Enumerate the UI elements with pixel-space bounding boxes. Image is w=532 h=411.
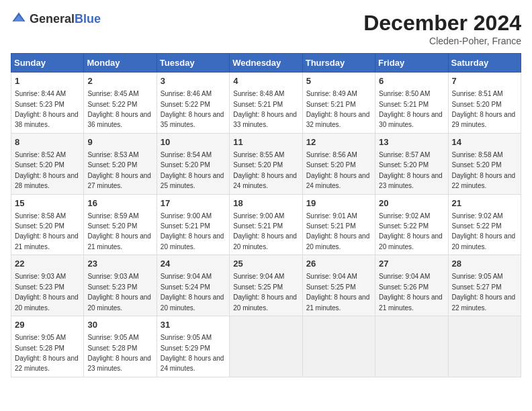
- day-number: 15: [15, 197, 80, 210]
- day-number: 21: [452, 197, 517, 210]
- day-detail: Sunrise: 8:57 AMSunset: 5:20 PMDaylight:…: [379, 151, 443, 189]
- day-number: 27: [379, 258, 444, 270]
- day-detail: Sunrise: 9:04 AMSunset: 5:25 PMDaylight:…: [233, 273, 297, 311]
- day-number: 22: [15, 258, 80, 270]
- table-row: 10 Sunrise: 8:54 AMSunset: 5:20 PMDaylig…: [157, 133, 229, 194]
- table-row: 4 Sunrise: 8:48 AMSunset: 5:21 PMDayligh…: [230, 73, 302, 134]
- table-row: 6 Sunrise: 8:50 AMSunset: 5:21 PMDayligh…: [375, 73, 448, 134]
- table-row: 17 Sunrise: 9:00 AMSunset: 5:21 PMDaylig…: [157, 194, 229, 255]
- table-row: 1 Sunrise: 8:44 AMSunset: 5:23 PMDayligh…: [11, 73, 84, 134]
- title-block: December 2024 Cleden-Poher, France: [363, 11, 521, 46]
- col-wednesday: Wednesday: [230, 54, 302, 73]
- empty-cell: [302, 316, 375, 377]
- calendar-week-row: 8 Sunrise: 8:52 AMSunset: 5:20 PMDayligh…: [11, 133, 521, 194]
- day-number: 24: [161, 258, 226, 270]
- table-row: 14 Sunrise: 8:58 AMSunset: 5:20 PMDaylig…: [448, 133, 521, 194]
- empty-cell: [230, 316, 302, 377]
- calendar-week-row: 29 Sunrise: 9:05 AMSunset: 5:28 PMDaylig…: [11, 316, 521, 377]
- table-row: 19 Sunrise: 9:01 AMSunset: 5:21 PMDaylig…: [302, 194, 375, 255]
- calendar-subtitle: Cleden-Poher, France: [363, 36, 521, 46]
- day-number: 18: [233, 197, 298, 210]
- day-detail: Sunrise: 9:05 AMSunset: 5:28 PMDaylight:…: [87, 334, 151, 372]
- day-detail: Sunrise: 8:46 AMSunset: 5:22 PMDaylight:…: [161, 90, 224, 128]
- day-detail: Sunrise: 8:50 AMSunset: 5:21 PMDaylight:…: [379, 90, 443, 128]
- day-detail: Sunrise: 8:49 AMSunset: 5:21 PMDaylight:…: [306, 90, 370, 128]
- table-row: 26 Sunrise: 9:04 AMSunset: 5:25 PMDaylig…: [302, 255, 375, 316]
- table-row: 31 Sunrise: 9:05 AMSunset: 5:29 PMDaylig…: [157, 316, 229, 377]
- day-number: 7: [452, 75, 517, 87]
- day-detail: Sunrise: 9:05 AMSunset: 5:27 PMDaylight:…: [452, 273, 516, 311]
- table-row: 25 Sunrise: 9:04 AMSunset: 5:25 PMDaylig…: [230, 255, 302, 316]
- table-row: 13 Sunrise: 8:57 AMSunset: 5:20 PMDaylig…: [375, 133, 448, 194]
- table-row: 3 Sunrise: 8:46 AMSunset: 5:22 PMDayligh…: [157, 73, 229, 134]
- day-detail: Sunrise: 8:53 AMSunset: 5:20 PMDaylight:…: [87, 151, 151, 189]
- day-detail: Sunrise: 8:55 AMSunset: 5:20 PMDaylight:…: [233, 151, 297, 189]
- day-number: 6: [379, 75, 444, 87]
- day-number: 31: [161, 319, 226, 331]
- table-row: 2 Sunrise: 8:45 AMSunset: 5:22 PMDayligh…: [84, 73, 157, 134]
- logo-general: General: [30, 12, 75, 26]
- table-row: 27 Sunrise: 9:04 AMSunset: 5:26 PMDaylig…: [375, 255, 448, 316]
- day-number: 10: [161, 136, 226, 148]
- table-row: 15 Sunrise: 8:58 AMSunset: 5:20 PMDaylig…: [11, 194, 84, 255]
- day-detail: Sunrise: 8:58 AMSunset: 5:20 PMDaylight:…: [452, 151, 516, 189]
- day-number: 25: [233, 258, 298, 270]
- table-row: 18 Sunrise: 9:00 AMSunset: 5:21 PMDaylig…: [230, 194, 302, 255]
- col-friday: Friday: [375, 54, 448, 73]
- col-thursday: Thursday: [302, 54, 375, 73]
- calendar-title: December 2024: [363, 11, 521, 36]
- day-number: 14: [452, 136, 517, 148]
- day-detail: Sunrise: 9:01 AMSunset: 5:21 PMDaylight:…: [306, 212, 370, 250]
- table-row: 29 Sunrise: 9:05 AMSunset: 5:28 PMDaylig…: [11, 316, 84, 377]
- day-number: 11: [233, 136, 298, 148]
- day-number: 19: [306, 197, 371, 210]
- calendar-table: Sunday Monday Tuesday Wednesday Thursday…: [11, 53, 521, 377]
- calendar-week-row: 15 Sunrise: 8:58 AMSunset: 5:20 PMDaylig…: [11, 194, 521, 255]
- day-detail: Sunrise: 9:05 AMSunset: 5:28 PMDaylight:…: [15, 334, 79, 372]
- day-detail: Sunrise: 8:56 AMSunset: 5:20 PMDaylight:…: [306, 151, 370, 189]
- day-detail: Sunrise: 8:58 AMSunset: 5:20 PMDaylight:…: [15, 212, 79, 250]
- table-row: 23 Sunrise: 9:03 AMSunset: 5:23 PMDaylig…: [84, 255, 157, 316]
- day-number: 1: [15, 75, 80, 87]
- day-detail: Sunrise: 9:02 AMSunset: 5:22 PMDaylight:…: [379, 212, 443, 250]
- day-detail: Sunrise: 8:51 AMSunset: 5:20 PMDaylight:…: [452, 90, 516, 128]
- day-number: 12: [306, 136, 371, 148]
- table-row: 21 Sunrise: 9:02 AMSunset: 5:22 PMDaylig…: [448, 194, 521, 255]
- calendar-week-row: 1 Sunrise: 8:44 AMSunset: 5:23 PMDayligh…: [11, 73, 521, 134]
- table-row: 30 Sunrise: 9:05 AMSunset: 5:28 PMDaylig…: [84, 316, 157, 377]
- day-detail: Sunrise: 9:00 AMSunset: 5:21 PMDaylight:…: [161, 212, 224, 250]
- day-number: 9: [87, 136, 152, 148]
- table-row: 11 Sunrise: 8:55 AMSunset: 5:20 PMDaylig…: [230, 133, 302, 194]
- table-row: 7 Sunrise: 8:51 AMSunset: 5:20 PMDayligh…: [448, 73, 521, 134]
- table-row: 20 Sunrise: 9:02 AMSunset: 5:22 PMDaylig…: [375, 194, 448, 255]
- calendar-header-row: Sunday Monday Tuesday Wednesday Thursday…: [11, 54, 521, 73]
- table-row: 12 Sunrise: 8:56 AMSunset: 5:20 PMDaylig…: [302, 133, 375, 194]
- table-row: 24 Sunrise: 9:04 AMSunset: 5:24 PMDaylig…: [157, 255, 229, 316]
- logo-icon: [11, 11, 27, 27]
- table-row: 5 Sunrise: 8:49 AMSunset: 5:21 PMDayligh…: [302, 73, 375, 134]
- day-number: 8: [15, 136, 80, 148]
- day-detail: Sunrise: 9:00 AMSunset: 5:21 PMDaylight:…: [233, 212, 297, 250]
- empty-cell: [448, 316, 521, 377]
- day-number: 23: [87, 258, 152, 270]
- logo: GeneralBlue: [11, 11, 101, 27]
- col-tuesday: Tuesday: [157, 54, 229, 73]
- day-number: 5: [306, 75, 371, 87]
- day-number: 26: [306, 258, 371, 270]
- day-detail: Sunrise: 9:04 AMSunset: 5:26 PMDaylight:…: [379, 273, 443, 311]
- day-detail: Sunrise: 9:05 AMSunset: 5:29 PMDaylight:…: [161, 334, 224, 372]
- day-number: 30: [87, 319, 152, 331]
- day-detail: Sunrise: 8:52 AMSunset: 5:20 PMDaylight:…: [15, 151, 79, 189]
- day-detail: Sunrise: 8:44 AMSunset: 5:23 PMDaylight:…: [15, 90, 79, 128]
- logo-blue: Blue: [75, 12, 101, 26]
- day-number: 3: [161, 75, 226, 87]
- table-row: 16 Sunrise: 8:59 AMSunset: 5:20 PMDaylig…: [84, 194, 157, 255]
- day-number: 2: [87, 75, 152, 87]
- day-number: 29: [15, 319, 80, 331]
- calendar-week-row: 22 Sunrise: 9:03 AMSunset: 5:23 PMDaylig…: [11, 255, 521, 316]
- day-detail: Sunrise: 8:48 AMSunset: 5:21 PMDaylight:…: [233, 90, 297, 128]
- day-detail: Sunrise: 9:03 AMSunset: 5:23 PMDaylight:…: [15, 273, 79, 311]
- day-detail: Sunrise: 8:45 AMSunset: 5:22 PMDaylight:…: [87, 90, 151, 128]
- day-detail: Sunrise: 8:59 AMSunset: 5:20 PMDaylight:…: [87, 212, 151, 250]
- day-number: 17: [161, 197, 226, 210]
